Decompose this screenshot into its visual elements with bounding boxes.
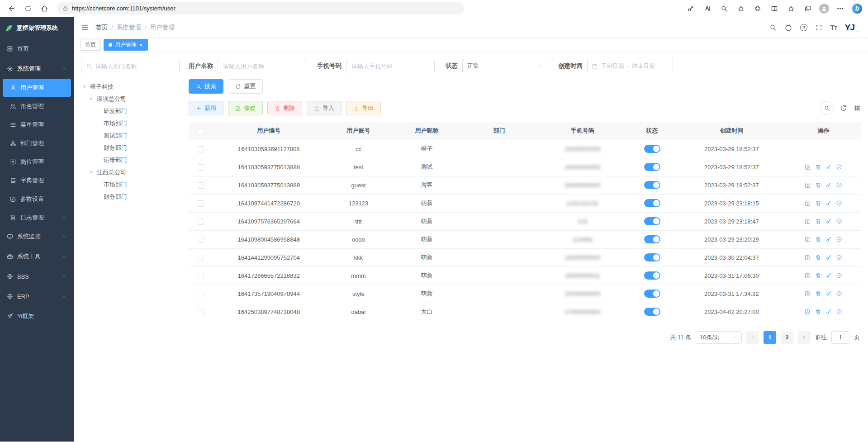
row-edit-icon[interactable] xyxy=(805,182,811,188)
sidebar-item-system-monitor[interactable]: 系统监控 xyxy=(0,227,74,247)
search-button[interactable]: 搜索 xyxy=(189,79,223,94)
page-button-1[interactable]: 1 xyxy=(764,331,776,344)
row-delete-icon[interactable] xyxy=(815,164,821,170)
zoom-icon[interactable] xyxy=(719,3,730,14)
reset-password-icon[interactable] xyxy=(825,272,832,279)
status-toggle[interactable] xyxy=(644,217,660,225)
sidebar-item-post-management[interactable]: 岗位管理 xyxy=(0,152,74,171)
tree-node-dept[interactable]: 运维部门 xyxy=(81,154,180,166)
delete-button[interactable]: 删除 xyxy=(267,101,302,115)
user-avatar-menu[interactable]: YJ xyxy=(845,23,861,33)
date-range-picker[interactable]: 开始日期 - 结束日期 xyxy=(587,59,673,73)
reset-password-icon[interactable] xyxy=(825,218,832,224)
row-checkbox[interactable] xyxy=(198,182,204,189)
tab-user-management[interactable]: 用户管理 × xyxy=(104,39,148,51)
row-delete-icon[interactable] xyxy=(815,236,821,242)
sidebar-item-log-management[interactable]: 日志管理 xyxy=(0,208,74,227)
status-toggle[interactable] xyxy=(644,199,660,207)
row-delete-icon[interactable] xyxy=(815,200,821,206)
status-toggle[interactable] xyxy=(644,290,660,298)
row-delete-icon[interactable] xyxy=(815,218,821,224)
sidebar-item-param-settings[interactable]: 参数设置 xyxy=(0,190,74,208)
assign-role-icon[interactable] xyxy=(836,272,842,279)
browser-refresh-button[interactable] xyxy=(22,2,34,15)
sidebar-item-erp[interactable]: ERP xyxy=(0,286,74,306)
refresh-table-icon[interactable] xyxy=(840,105,847,112)
row-edit-icon[interactable] xyxy=(805,218,811,224)
row-checkbox[interactable] xyxy=(198,255,204,261)
row-checkbox[interactable] xyxy=(198,237,204,243)
tree-caret-icon[interactable]: ▾ xyxy=(90,169,97,175)
row-checkbox[interactable] xyxy=(198,273,204,279)
browser-back-button[interactable] xyxy=(5,2,18,15)
sidebar-item-menu-management[interactable]: 菜单管理 xyxy=(0,115,74,134)
breadcrumb-home[interactable]: 首页 xyxy=(95,24,108,32)
breadcrumb-system[interactable]: 系统管理 xyxy=(117,24,141,32)
row-edit-icon[interactable] xyxy=(805,290,811,297)
row-edit-icon[interactable] xyxy=(805,254,811,261)
phone-input[interactable] xyxy=(346,59,435,73)
row-delete-icon[interactable] xyxy=(815,309,821,315)
row-edit-icon[interactable] xyxy=(805,200,811,206)
status-toggle[interactable] xyxy=(644,235,660,243)
extensions-icon[interactable] xyxy=(752,3,763,14)
browser-profile-avatar[interactable] xyxy=(819,4,829,14)
edit-button[interactable]: 修改 xyxy=(228,101,263,115)
tree-node-branch[interactable]: ▾深圳总公司 xyxy=(81,93,180,105)
tree-node-dept[interactable]: 测试部门 xyxy=(81,129,180,142)
next-page-button[interactable] xyxy=(798,331,811,344)
username-input[interactable] xyxy=(218,59,306,73)
assign-role-icon[interactable] xyxy=(836,182,842,188)
status-select[interactable]: 正常 xyxy=(462,59,547,73)
reset-password-icon[interactable] xyxy=(825,200,832,206)
address-bar[interactable]: https://ccnetcore.com:1101/system/user xyxy=(57,2,464,14)
status-toggle[interactable] xyxy=(644,253,660,261)
status-toggle[interactable] xyxy=(644,145,660,153)
sidebar-item-dept-management[interactable]: 部门管理 xyxy=(0,134,74,152)
sidebar-item-yi-framework[interactable]: Yi框架 xyxy=(0,306,74,326)
add-favorite-icon[interactable] xyxy=(735,3,746,14)
url-text[interactable]: https://ccnetcore.com:1101/system/user xyxy=(72,5,175,12)
row-delete-icon[interactable] xyxy=(815,290,821,297)
sidebar-item-bbs[interactable]: BBS xyxy=(0,266,74,286)
split-screen-icon[interactable] xyxy=(769,3,780,14)
help-icon[interactable]: ? xyxy=(800,24,807,31)
sidebar-item-home[interactable]: 首页 xyxy=(0,39,74,59)
row-edit-icon[interactable] xyxy=(805,309,811,315)
row-checkbox[interactable] xyxy=(198,291,204,297)
sidebar-item-role-management[interactable]: 角色管理 xyxy=(0,97,74,115)
assign-role-icon[interactable] xyxy=(836,309,842,315)
collections-icon[interactable] xyxy=(802,3,813,14)
tree-node-dept[interactable]: 财务部门 xyxy=(81,190,180,203)
password-key-icon[interactable] xyxy=(685,3,696,14)
assign-role-icon[interactable] xyxy=(836,290,842,297)
tab-home[interactable]: 首页 xyxy=(80,39,101,51)
row-checkbox[interactable] xyxy=(198,146,204,152)
row-checkbox[interactable] xyxy=(198,309,204,315)
close-tab-icon[interactable]: × xyxy=(139,42,143,48)
row-edit-icon[interactable] xyxy=(805,272,811,279)
row-delete-icon[interactable] xyxy=(815,272,821,279)
favorites-icon[interactable] xyxy=(786,3,797,14)
fullscreen-icon[interactable] xyxy=(815,24,822,31)
sidebar-item-system-management[interactable]: 系统管理 xyxy=(0,59,74,79)
tree-node-company[interactable]: ▾橙子科技 xyxy=(81,81,180,93)
sidebar-item-user-management[interactable]: 用户管理 xyxy=(3,79,71,97)
add-button[interactable]: 新增 xyxy=(189,101,223,115)
github-icon[interactable] xyxy=(784,24,792,32)
tree-node-branch[interactable]: ▾江西总公司 xyxy=(81,166,180,178)
toggle-search-icon[interactable] xyxy=(820,101,834,115)
select-all-checkbox[interactable] xyxy=(198,128,204,134)
prev-page-button[interactable] xyxy=(746,331,759,344)
tree-node-dept[interactable]: 市场部门 xyxy=(81,178,180,190)
assign-role-icon[interactable] xyxy=(836,164,842,170)
status-toggle[interactable] xyxy=(644,308,660,316)
browser-more-menu-icon[interactable]: ⋯ xyxy=(835,3,846,14)
tree-caret-icon[interactable]: ▾ xyxy=(90,96,97,102)
import-button[interactable]: 导入 xyxy=(307,101,342,115)
tree-node-dept[interactable]: 财务部门 xyxy=(81,142,180,154)
status-toggle[interactable] xyxy=(644,181,660,189)
row-checkbox[interactable] xyxy=(198,164,204,171)
font-size-icon[interactable]: TT xyxy=(830,24,837,31)
reset-password-icon[interactable] xyxy=(825,236,832,242)
